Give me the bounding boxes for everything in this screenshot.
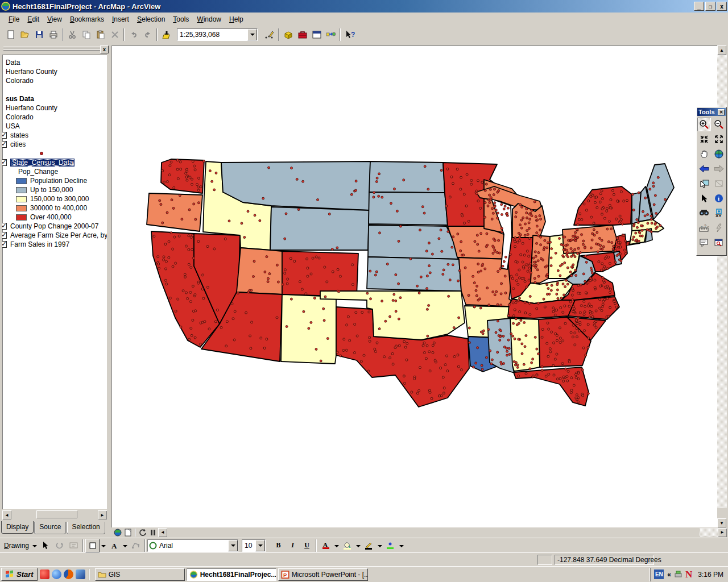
toc-item[interactable]: Up to 150,000: [2, 185, 107, 194]
measure-icon[interactable]: ←?→: [697, 221, 711, 235]
toc-item[interactable]: states: [2, 131, 107, 140]
layer-checkbox[interactable]: [2, 241, 7, 248]
minimize-button[interactable]: _: [694, 2, 704, 11]
tab-source[interactable]: Source: [34, 522, 66, 534]
layout-view-icon[interactable]: [123, 528, 133, 537]
scroll-right-icon[interactable]: ►: [98, 510, 107, 519]
toc-item[interactable]: cities: [2, 140, 107, 149]
taskbar-button-arcmap[interactable]: Hecht1681FinalProjec...: [187, 568, 276, 581]
language-indicator[interactable]: EN: [654, 569, 664, 579]
select-features-icon[interactable]: [697, 177, 711, 190]
toc-layer-list[interactable]: DataHuerfano CountyColoradosus DataHuerf…: [2, 55, 107, 509]
pause-drawing-icon[interactable]: [148, 528, 158, 537]
menu-item-tools[interactable]: Tools: [169, 14, 193, 25]
menu-item-insert[interactable]: Insert: [108, 14, 133, 25]
internet-explorer-icon[interactable]: [52, 569, 61, 579]
arccatalog-icon[interactable]: [281, 28, 295, 41]
bold-button[interactable]: B: [271, 539, 286, 552]
back-extent-icon[interactable]: [697, 162, 711, 176]
map-hscroll-track[interactable]: [700, 528, 718, 537]
close-button[interactable]: x: [717, 2, 727, 11]
marker-color-button[interactable]: [383, 539, 398, 552]
editor-toolbar-icon[interactable]: [262, 28, 276, 41]
go-to-xy-icon[interactable]: XY: [712, 206, 726, 220]
zoom-out-icon[interactable]: [712, 118, 726, 131]
delete-icon[interactable]: [107, 28, 122, 41]
toc-item[interactable]: 150,000 to 300,000: [2, 194, 107, 203]
aim-icon[interactable]: [40, 569, 49, 579]
menu-item-bookmarks[interactable]: Bookmarks: [66, 14, 108, 25]
find-icon[interactable]: [697, 206, 711, 220]
menu-item-selection[interactable]: Selection: [133, 14, 169, 25]
toc-item[interactable]: Colorado: [2, 113, 107, 122]
start-button[interactable]: Start: [1, 568, 38, 581]
tab-display[interactable]: Display: [1, 521, 34, 534]
refresh-view-icon[interactable]: [138, 528, 148, 537]
copy-icon[interactable]: [79, 28, 93, 41]
pan-icon[interactable]: [697, 147, 711, 161]
state-UT[interactable]: [237, 248, 282, 294]
select-elements-icon[interactable]: [38, 539, 52, 552]
tray-collapse-button[interactable]: «: [667, 571, 671, 579]
font-size-combo[interactable]: 10: [242, 539, 266, 552]
tools-palette-titlebar[interactable]: Tools ✕: [697, 108, 726, 116]
toc-item[interactable]: USA: [2, 122, 107, 131]
map-hscroll-thumb[interactable]: [168, 528, 700, 537]
toc-close-icon[interactable]: x: [100, 45, 109, 53]
us-map[interactable]: [111, 45, 717, 527]
state-SD[interactable]: [369, 192, 448, 225]
select-elements-icon[interactable]: [697, 192, 711, 205]
scale-dropdown-icon[interactable]: [247, 29, 257, 40]
state-NE[interactable]: [368, 225, 459, 259]
print-agent-icon[interactable]: [674, 570, 683, 579]
undo-icon[interactable]: [126, 28, 140, 41]
html-popup-icon[interactable]: [697, 236, 711, 250]
toc-item[interactable]: Average Farm Size Per Acre, by C: [2, 231, 107, 240]
toc-item[interactable]: Pop_Change: [2, 167, 107, 176]
line-color-button[interactable]: [362, 539, 376, 552]
paste-icon[interactable]: [93, 28, 107, 41]
tab-selection[interactable]: Selection: [67, 522, 105, 534]
font-family-combo[interactable]: Arial: [147, 539, 238, 552]
firefox-icon[interactable]: [64, 569, 73, 579]
scroll-down-icon[interactable]: ▼: [717, 518, 726, 527]
taskbar-button-powerpoint[interactable]: P Microsoft PowerPoint - [...: [278, 568, 368, 581]
font-color-dropdown-icon[interactable]: [334, 545, 339, 550]
underline-button[interactable]: U: [300, 539, 314, 552]
layer-checkbox[interactable]: [2, 159, 7, 166]
shape-tool-button[interactable]: [85, 539, 100, 552]
drawing-menu-button[interactable]: Drawing: [2, 542, 31, 550]
toc-item[interactable]: sus Data: [2, 94, 107, 103]
marker-color-dropdown-icon[interactable]: [399, 545, 404, 550]
identify-icon[interactable]: i: [712, 192, 726, 205]
full-extent-icon[interactable]: [712, 147, 726, 161]
toc-drag-grip[interactable]: x: [2, 47, 108, 53]
netware-icon[interactable]: N: [685, 569, 692, 580]
viewer-window-icon[interactable]: [712, 236, 726, 250]
menu-item-help[interactable]: Help: [225, 14, 247, 25]
toc-item[interactable]: Huerfano County: [2, 67, 107, 76]
text-dropdown-icon[interactable]: [123, 545, 127, 550]
toc-item[interactable]: 300000 to 400,000: [2, 203, 107, 213]
layer-checkbox[interactable]: [2, 132, 7, 139]
menu-item-window[interactable]: Window: [193, 14, 225, 25]
print-icon[interactable]: [46, 28, 60, 41]
clear-selection-icon[interactable]: [712, 177, 726, 190]
state-OR[interactable]: [147, 193, 202, 231]
rotate-icon[interactable]: [52, 539, 67, 552]
restore-button[interactable]: ❐: [705, 2, 715, 11]
forward-extent-icon[interactable]: [712, 162, 726, 176]
edit-annotation-icon[interactable]: [67, 539, 81, 552]
whats-this-icon[interactable]: ?: [342, 28, 357, 41]
state-MI[interactable]: [512, 203, 545, 238]
fixed-zoom-out-icon[interactable]: [712, 132, 726, 146]
edit-vertices-icon[interactable]: [129, 539, 143, 552]
add-data-icon[interactable]: [159, 28, 173, 41]
toc-item[interactable]: Data: [2, 58, 107, 67]
media-player-icon[interactable]: [76, 569, 85, 579]
toc-scroll-thumb[interactable]: [36, 510, 77, 518]
data-view-icon[interactable]: [113, 528, 123, 537]
scroll-right-icon[interactable]: ►: [718, 528, 727, 537]
font-dropdown-icon[interactable]: [228, 540, 238, 551]
layer-checkbox[interactable]: [2, 223, 7, 230]
